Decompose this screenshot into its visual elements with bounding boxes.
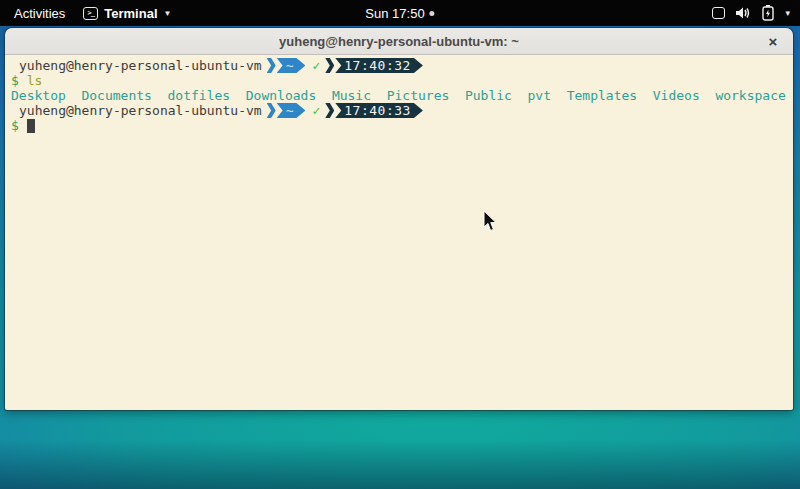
app-menu-label: Terminal	[104, 6, 157, 21]
notification-dot-icon	[430, 11, 435, 16]
status-check-icon: ✓	[312, 58, 320, 73]
tray-chevron-icon: ▾	[785, 8, 790, 18]
prompt-time-segment: 17:40:32	[325, 58, 423, 73]
top-bar: Activities >_ Terminal ▼ Sun 17:50	[0, 0, 800, 26]
status-check-icon: ✓	[312, 103, 320, 118]
prompt-path: ~	[277, 58, 306, 73]
directory-name: Templates	[567, 88, 637, 103]
directory-name: pvt	[528, 88, 551, 103]
powerline-chevron-icon	[267, 103, 276, 118]
prompt-line: yuheng@henry-personal-ubuntu-vm ~ ✓ 17:4…	[11, 58, 793, 73]
terminal-screen[interactable]: yuheng@henry-personal-ubuntu-vm ~ ✓ 17:4…	[5, 55, 793, 410]
system-tray[interactable]: ▾	[712, 0, 794, 26]
app-menu-terminal[interactable]: >_ Terminal ▼	[83, 6, 171, 21]
display-icon	[712, 7, 725, 19]
prompt-line: yuheng@henry-personal-ubuntu-vm ~ ✓ 17:4…	[11, 103, 793, 118]
directory-name: Music	[332, 88, 371, 103]
activities-button[interactable]: Activities	[10, 4, 69, 23]
input-line[interactable]: $	[11, 118, 793, 133]
prompt-time: 17:40:33	[335, 103, 423, 118]
prompt-path-segment: ~	[267, 103, 306, 118]
directory-name: Public	[465, 88, 512, 103]
close-button[interactable]: ×	[763, 31, 783, 51]
prompt-path-segment: ~	[267, 58, 306, 73]
prompt-symbol: $	[11, 118, 19, 133]
prompt-time-segment: 17:40:33	[325, 103, 423, 118]
text-cursor	[27, 119, 35, 133]
prompt-user-host: yuheng@henry-personal-ubuntu-vm	[19, 103, 262, 118]
window-titlebar[interactable]: yuheng@henry-personal-ubuntu-vm: ~ ×	[5, 28, 793, 55]
clock-label: Sun 17:50	[365, 6, 424, 21]
terminal-window: yuheng@henry-personal-ubuntu-vm: ~ × yuh…	[5, 28, 793, 410]
terminal-icon: >_	[83, 7, 98, 20]
directory-name: Documents	[81, 88, 151, 103]
prompt-time: 17:40:32	[335, 58, 423, 73]
powerline-chevron-icon	[267, 58, 276, 73]
mouse-pointer-icon	[483, 211, 497, 232]
desktop: Activities >_ Terminal ▼ Sun 17:50	[0, 0, 800, 489]
directory-name: Pictures	[387, 88, 450, 103]
chevron-down-icon: ▼	[164, 9, 172, 18]
powerline-chevron-icon	[325, 103, 334, 118]
command-line: $ ls	[11, 73, 793, 88]
battery-charging-icon	[762, 5, 774, 21]
window-title: yuheng@henry-personal-ubuntu-vm: ~	[279, 34, 519, 49]
directory-name: workspace	[715, 88, 785, 103]
command-text: ls	[27, 73, 43, 88]
ls-output: DesktopDocumentsdotfilesDownloadsMusicPi…	[11, 88, 793, 103]
directory-name: dotfiles	[168, 88, 231, 103]
prompt-symbol: $	[11, 73, 19, 88]
clock-button[interactable]: Sun 17:50	[365, 0, 434, 26]
directory-name: Downloads	[246, 88, 316, 103]
prompt-path: ~	[277, 103, 306, 118]
directory-name: Desktop	[11, 88, 66, 103]
powerline-chevron-icon	[325, 58, 334, 73]
volume-icon	[736, 6, 751, 20]
prompt-user-host: yuheng@henry-personal-ubuntu-vm	[19, 58, 262, 73]
directory-name: Videos	[653, 88, 700, 103]
